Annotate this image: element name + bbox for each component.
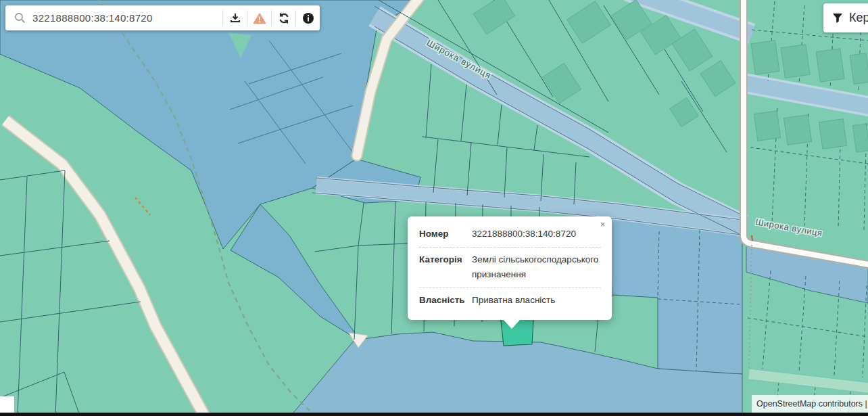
refresh-icon (278, 12, 290, 24)
download-icon (229, 12, 241, 24)
bottom-bar (0, 413, 868, 416)
warning-icon (253, 12, 266, 24)
attribution-link[interactable]: OpenStreetMap contributors | (756, 399, 867, 409)
download-button[interactable] (222, 10, 247, 26)
partial-control-corner (0, 396, 14, 413)
parcel-info-popup: × Номер 3221888800:38:140:8720 Категорія… (408, 216, 612, 320)
cadastral-map-app: Широка вулиця Широка вулиця (0, 0, 868, 416)
popup-value: Землі сільськогосподарського призначення (472, 252, 601, 282)
popup-value: Приватна власність (472, 293, 601, 308)
info-button[interactable] (295, 10, 320, 26)
popup-label: Власність (419, 293, 472, 308)
red-tick (752, 235, 752, 241)
info-icon (302, 12, 314, 24)
popup-row-ownership: Власність Приватна власність (419, 288, 601, 313)
popup-label: Номер (419, 227, 472, 241)
filter-icon (832, 13, 843, 24)
attribution-bar: OpenStreetMap contributors | (752, 395, 868, 413)
map-canvas[interactable]: Широка вулиця Широка вулиця (0, 0, 868, 416)
warning-button[interactable] (247, 10, 271, 26)
popup-close-button[interactable]: × (599, 218, 606, 231)
refresh-button[interactable] (271, 10, 295, 26)
manage-button-label: Керув (849, 11, 868, 25)
popup-row-number: Номер 3221888800:38:140:8720 (419, 222, 601, 248)
popup-row-category: Категорія Землі сільськогосподарського п… (419, 248, 601, 288)
search-input[interactable] (32, 12, 222, 24)
search-icon (14, 12, 26, 24)
popup-value: 3221888800:38:140:8720 (472, 227, 601, 241)
popup-label: Категорія (419, 252, 472, 282)
search-bar (5, 5, 320, 30)
manage-button[interactable]: Керув (823, 3, 868, 32)
